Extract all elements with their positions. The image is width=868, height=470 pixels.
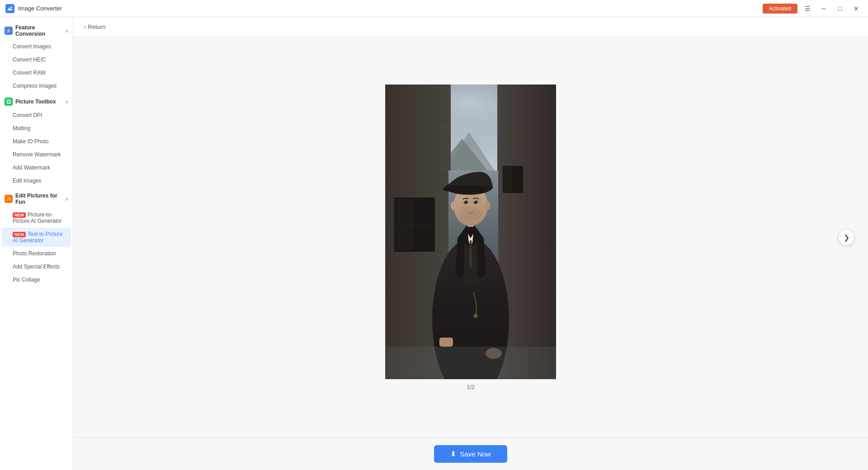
new-badge-pic-to-pic: NEW [13, 212, 26, 218]
sidebar-section-header-edit-pictures-fun[interactable]: ✨ Edit Pictures for Fun ∧ [0, 189, 73, 208]
feature-conversion-chevron: ∧ [65, 28, 68, 33]
picture-toolbox-icon: 🖼 [5, 98, 13, 106]
new-badge-text-to-pic: NEW [13, 232, 26, 237]
edit-pictures-fun-icon: ✨ [5, 195, 13, 203]
title-bar: Image Converter Activated ☰ ─ □ ✕ [0, 0, 868, 17]
sidebar-item-convert-dpi[interactable]: Convert DPI [2, 109, 71, 122]
generated-image [385, 85, 556, 379]
image-viewer: 1/2 ❯ [73, 37, 868, 437]
sidebar-section-header-picture-toolbox[interactable]: 🖼 Picture Toolbox ∧ [0, 94, 73, 108]
edit-pictures-fun-chevron: ∧ [65, 197, 68, 202]
sidebar-item-edit-images[interactable]: Edit Images [2, 174, 71, 187]
return-button[interactable]: ‹ Return [80, 22, 109, 32]
app-title: Image Converter [18, 5, 62, 12]
sidebar-section-header-feature-conversion[interactable]: ⚡ Feature Conversion ∧ [0, 21, 73, 40]
sidebar-item-add-special-effects[interactable]: Add Special Effects [2, 260, 71, 273]
sidebar-item-add-watermark[interactable]: Add Watermark [2, 161, 71, 174]
sidebar-item-convert-heic[interactable]: Convert HEIC [2, 53, 71, 66]
minimize-button[interactable]: ─ [817, 2, 830, 15]
sidebar-item-convert-raw[interactable]: Convert RAW [2, 66, 71, 79]
bottom-bar: ⬇ Save Now [73, 437, 868, 470]
sidebar-item-make-id-photo[interactable]: Make ID Photo [2, 135, 71, 148]
sidebar-item-pic-to-pic-ai[interactable]: NEWPicture-to-Picture AI Generator [2, 208, 71, 227]
menu-button[interactable]: ☰ [801, 2, 814, 15]
content-area: ‹ Return [73, 17, 868, 470]
app-logo-icon [5, 4, 14, 13]
main-layout: ⚡ Feature Conversion ∧ Convert Images Co… [0, 17, 868, 470]
return-label: Return [88, 24, 105, 30]
svg-point-1 [10, 6, 12, 8]
title-bar-left: Image Converter [5, 4, 62, 13]
svg-rect-56 [385, 85, 556, 379]
picture-toolbox-chevron: ∧ [65, 99, 68, 104]
feature-conversion-label: Feature Conversion [15, 24, 62, 37]
sidebar-item-photo-restoration[interactable]: Photo Restoration [2, 247, 71, 260]
return-chevron-icon: ‹ [84, 24, 86, 30]
sidebar-section-edit-pictures-fun: ✨ Edit Pictures for Fun ∧ NEWPicture-to-… [0, 189, 73, 286]
sidebar-item-pic-collage[interactable]: Pic Collage [2, 273, 71, 286]
chevron-right-icon: ❯ [844, 233, 849, 242]
title-bar-right: Activated ☰ ─ □ ✕ [763, 2, 863, 15]
sidebar-item-remove-watermark[interactable]: Remove Watermark [2, 148, 71, 161]
edit-pictures-fun-label: Edit Pictures for Fun [15, 193, 62, 205]
feature-conversion-icon: ⚡ [5, 27, 13, 35]
image-container: 1/2 [385, 85, 556, 390]
save-icon: ⬇ [450, 450, 456, 458]
svg-rect-57 [385, 347, 556, 379]
sidebar-item-convert-images[interactable]: Convert Images [2, 40, 71, 53]
sidebar-item-compress-images[interactable]: Compress Images [2, 80, 71, 92]
sidebar-item-matting[interactable]: Matting [2, 122, 71, 135]
sidebar-section-feature-conversion: ⚡ Feature Conversion ∧ Convert Images Co… [0, 21, 73, 92]
sidebar-section-picture-toolbox: 🖼 Picture Toolbox ∧ Convert DPI Matting … [0, 94, 73, 187]
portrait-svg [385, 85, 556, 379]
picture-toolbox-label: Picture Toolbox [15, 99, 62, 105]
next-image-arrow[interactable]: ❯ [838, 229, 854, 245]
close-button[interactable]: ✕ [850, 2, 863, 15]
sidebar-item-text-to-pic-ai[interactable]: NEWText-to-Picture AI Generator [2, 228, 71, 247]
sidebar: ⚡ Feature Conversion ∧ Convert Images Co… [0, 17, 73, 470]
sub-header: ‹ Return [73, 17, 868, 37]
save-now-label: Save Now [460, 450, 491, 458]
maximize-button[interactable]: □ [834, 2, 846, 15]
activated-button[interactable]: Activated [763, 4, 797, 14]
page-indicator: 1/2 [467, 384, 475, 390]
save-now-button[interactable]: ⬇ Save Now [434, 445, 507, 463]
